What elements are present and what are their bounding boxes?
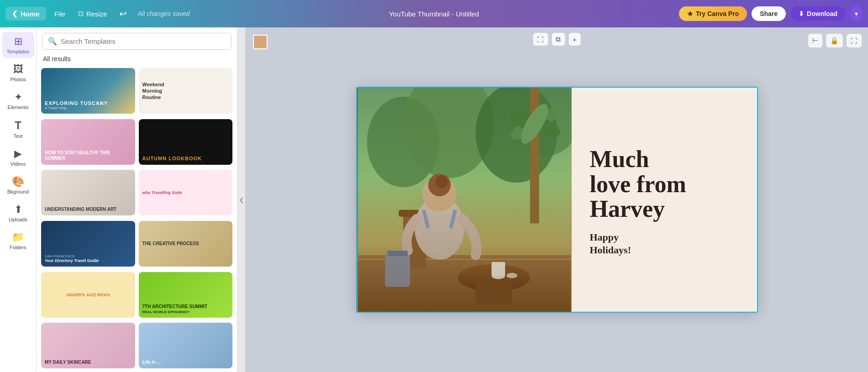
saved-status: All changes saved — [138, 10, 190, 17]
resize-icon: ⊡ — [78, 10, 84, 18]
list-item[interactable]: THE CREATIVE PROcEsS — [139, 221, 233, 267]
canvas-area: ⛶ ⧉ + — [246, 27, 868, 372]
share-button[interactable]: Share — [752, 6, 786, 21]
sidebar-item-label: Text — [13, 133, 22, 139]
template-title: WeekendMorningRoutine — [142, 81, 229, 101]
expand-button[interactable]: ⛶ — [533, 33, 548, 46]
text-icon: T — [15, 119, 21, 132]
all-results-label: All results — [37, 53, 237, 66]
template-title: ADGER'S JAZZ PICKS — [66, 293, 110, 297]
sidebar-item-label: Videos — [11, 161, 26, 167]
template-title: UNDERSTANDING MODERN ART — [45, 207, 132, 212]
fullscreen-button[interactable]: ⛶ — [847, 34, 862, 47]
sidebar-item-label: Photos — [10, 77, 26, 82]
resize-button[interactable]: ⊡ Resize — [74, 7, 112, 21]
templates-icon: ⊞ — [14, 36, 22, 47]
list-item[interactable]: EXPLORING TUSCANY A Travel Vlog — [41, 68, 135, 114]
videos-icon: ▶ — [14, 148, 22, 160]
sidebar-item-label: Uploads — [9, 217, 27, 222]
canvas-top-controls: ⛶ ⧉ + — [533, 33, 581, 46]
home-label: Home — [21, 10, 40, 18]
template-subtitle: SAN FRANCISCO — [45, 254, 132, 258]
search-bar: 🔍 — [37, 27, 237, 53]
canvas-image-overlay — [357, 177, 572, 312]
template-title: THE CREATIVE PROcEsS — [142, 241, 229, 246]
try-pro-button[interactable]: ★ Try Canva Pro — [679, 6, 747, 21]
template-title: Life in ... — [142, 360, 229, 365]
folders-icon: 📁 — [12, 231, 24, 243]
canvas-sub-text: Happy Holidays! — [590, 231, 739, 257]
template-title: EXPLORING TUSCANY — [45, 100, 132, 106]
add-button[interactable]: + — [568, 33, 581, 46]
elements-icon: ✦ — [14, 91, 22, 103]
panel-collapse-handle[interactable]: ❮ — [237, 27, 246, 372]
template-subtitle: A Travel Vlog — [45, 106, 132, 110]
canvas-main-text: Much love from Harvey — [590, 147, 739, 222]
canvas-text[interactable]: Much love from Harvey Happy Holidays! — [572, 88, 757, 312]
ruler-button[interactable]: ⊢ — [808, 34, 822, 47]
chevron-left-icon: ❮ — [12, 10, 18, 18]
lock-button[interactable]: 🔒 — [826, 34, 843, 47]
templates-panel: 🔍 All results EXPLORING TUSCANY A Travel… — [37, 27, 237, 372]
topbar-left: ❮ Home File ⊡ Resize ↩ All changes saved — [5, 6, 189, 21]
template-title: HOW TO STAY HEALTHY THIS SUMMER — [45, 150, 132, 161]
list-item[interactable]: HOW TO STAY HEALTHY THIS SUMMER — [41, 119, 135, 165]
download-button[interactable]: ⬇ Download — [790, 6, 846, 21]
document-title: YouTube Thumbnail - Untitled — [389, 10, 479, 18]
sidebar-item-videos[interactable]: ▶ Videos — [2, 144, 34, 170]
background-icon: 🎨 — [12, 176, 24, 188]
list-item[interactable]: Life in ... — [139, 323, 233, 368]
templates-grid: EXPLORING TUSCANY A Travel Vlog WeekendM… — [37, 66, 237, 372]
template-title: MY DAILY SKINCARE — [45, 360, 132, 365]
more-options-button[interactable]: ▾ — [850, 6, 863, 21]
list-item[interactable]: wha Travelling Suite — [139, 170, 233, 215]
sidebar-item-uploads[interactable]: ⬆ Uploads — [2, 200, 34, 226]
list-item[interactable]: AUTUMN LOOKBOOK — [139, 119, 233, 165]
sidebar-item-background[interactable]: 🎨 Bkground — [2, 172, 34, 198]
list-item[interactable]: SAN FRANCISCO Your Directory Travel Guid… — [41, 221, 135, 267]
home-button[interactable]: ❮ Home — [5, 7, 46, 21]
sidebar-item-elements[interactable]: ✦ Elements — [2, 88, 34, 114]
sidebar: ⊞ Templates 🖼 Photos ✦ Elements T Text ▶… — [0, 27, 37, 372]
canvas-image[interactable] — [357, 88, 572, 312]
template-title: wha Travelling Suite — [142, 190, 229, 195]
main-area: ⊞ Templates 🖼 Photos ✦ Elements T Text ▶… — [0, 27, 868, 372]
sidebar-item-templates[interactable]: ⊞ Templates — [2, 32, 34, 58]
list-item[interactable]: UNDERSTANDING MODERN ART — [41, 170, 135, 215]
search-icon: 🔍 — [48, 37, 57, 46]
collapse-icon: ❮ — [239, 197, 244, 203]
color-swatch[interactable] — [253, 35, 268, 49]
topbar-right: ★ Try Canva Pro Share ⬇ Download ▾ — [679, 6, 863, 21]
list-item[interactable]: 7th Architecture SummitREAL WORLD EFFICI… — [139, 272, 233, 318]
template-title: Your Directory Travel Guide — [45, 258, 132, 263]
photos-icon: 🖼 — [13, 63, 23, 75]
undo-button[interactable]: ↩ — [116, 6, 131, 21]
sidebar-item-photos[interactable]: 🖼 Photos — [2, 60, 34, 86]
topbar: ❮ Home File ⊡ Resize ↩ All changes saved… — [0, 0, 868, 27]
sidebar-item-text[interactable]: T Text — [2, 115, 34, 142]
list-item[interactable]: ADGER'S JAZZ PICKS — [41, 272, 135, 318]
list-item[interactable]: WeekendMorningRoutine — [139, 68, 233, 114]
search-input[interactable] — [61, 37, 226, 45]
sidebar-item-label: Folders — [10, 245, 26, 250]
sidebar-item-label: Elements — [8, 105, 29, 110]
copy-button[interactable]: ⧉ — [552, 33, 565, 46]
template-title: AUTUMN LOOKBOOK — [142, 156, 229, 161]
search-wrapper: 🔍 — [42, 33, 231, 50]
sidebar-item-label: Templates — [6, 49, 29, 54]
canvas-frame: Much love from Harvey Happy Holidays! — [356, 87, 758, 313]
file-button[interactable]: File — [50, 7, 70, 21]
crown-icon: ★ — [687, 10, 693, 17]
download-icon: ⬇ — [799, 10, 804, 17]
template-title: 7th Architecture SummitREAL WORLD EFFICI… — [142, 304, 229, 314]
canvas-right-toolbar: ⊢ 🔒 ⛶ — [808, 34, 862, 47]
uploads-icon: ⬆ — [14, 204, 22, 215]
list-item[interactable]: MY DAILY SKINCARE — [41, 323, 135, 368]
sidebar-item-folders[interactable]: 📁 Folders — [2, 228, 34, 254]
sidebar-item-label: Bkground — [7, 189, 29, 194]
